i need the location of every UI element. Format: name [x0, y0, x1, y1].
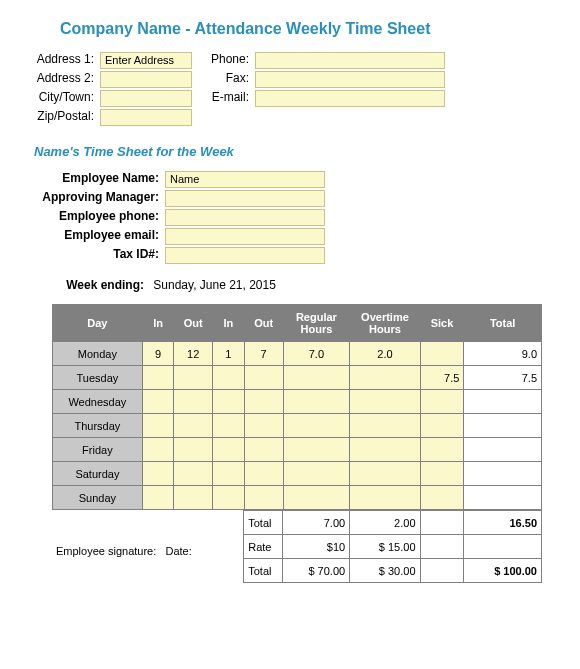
address1-label: Address 1: [30, 52, 100, 69]
sick-cell[interactable] [420, 462, 464, 486]
sick-cell[interactable] [420, 342, 464, 366]
header-in1: In [142, 305, 174, 342]
address1-field[interactable]: Enter Address [100, 52, 192, 69]
ot-cell[interactable] [350, 366, 420, 390]
company-info: Address 1:Enter Address Address 2: City/… [30, 52, 550, 128]
out2-cell[interactable] [244, 366, 283, 390]
emp-name-field[interactable]: Name [165, 171, 325, 188]
header-day: Day [53, 305, 143, 342]
summary-rate-reg: $10 [283, 535, 350, 559]
reg-cell[interactable] [283, 366, 350, 390]
in1-cell[interactable]: 9 [142, 342, 174, 366]
total-cell: 7.5 [464, 366, 542, 390]
out2-cell[interactable] [244, 414, 283, 438]
in1-cell[interactable] [142, 366, 174, 390]
reg-cell[interactable]: 7.0 [283, 342, 350, 366]
sick-cell[interactable] [420, 390, 464, 414]
sick-cell[interactable] [420, 486, 464, 510]
out1-cell[interactable] [174, 462, 213, 486]
ot-cell[interactable] [350, 462, 420, 486]
summary-rate-ot: $ 15.00 [350, 535, 420, 559]
out2-cell[interactable]: 7 [244, 342, 283, 366]
subheading: Name's Time Sheet for the Week [34, 144, 550, 159]
date-label: Date: [165, 545, 191, 557]
reg-cell[interactable] [283, 414, 350, 438]
reg-cell[interactable] [283, 390, 350, 414]
out1-cell[interactable] [174, 366, 213, 390]
out1-cell[interactable]: 12 [174, 342, 213, 366]
out2-cell[interactable] [244, 390, 283, 414]
in2-cell[interactable] [213, 486, 245, 510]
zip-label: Zip/Postal: [30, 109, 100, 126]
out1-cell[interactable] [174, 486, 213, 510]
in1-cell[interactable] [142, 486, 174, 510]
summary-total-label: Total [244, 511, 283, 535]
day-cell: Tuesday [53, 366, 143, 390]
total-cell [464, 414, 542, 438]
ot-cell[interactable] [350, 390, 420, 414]
employee-info: Employee Name:Name Approving Manager: Em… [30, 171, 550, 264]
in1-cell[interactable] [142, 462, 174, 486]
in1-cell[interactable] [142, 414, 174, 438]
in2-cell[interactable] [213, 438, 245, 462]
emp-email-label: Employee email: [30, 228, 165, 245]
emp-name-label: Employee Name: [30, 171, 165, 188]
day-cell: Saturday [53, 462, 143, 486]
ot-cell[interactable]: 2.0 [350, 342, 420, 366]
out1-cell[interactable] [174, 414, 213, 438]
tax-field[interactable] [165, 247, 325, 264]
zip-field[interactable] [100, 109, 192, 126]
table-row: Friday [53, 438, 542, 462]
header-out2: Out [244, 305, 283, 342]
header-overtime: Overtime Hours [350, 305, 420, 342]
phone-label: Phone: [210, 52, 255, 69]
emp-phone-label: Employee phone: [30, 209, 165, 226]
out2-cell[interactable] [244, 462, 283, 486]
week-ending-label: Week ending: [52, 278, 150, 292]
day-cell: Sunday [53, 486, 143, 510]
signature-label: Employee signature: [56, 545, 156, 557]
emp-email-field[interactable] [165, 228, 325, 245]
sick-cell[interactable] [420, 414, 464, 438]
summary-grand-ot: $ 30.00 [350, 559, 420, 583]
header-in2: In [213, 305, 245, 342]
city-field[interactable] [100, 90, 192, 107]
manager-field[interactable] [165, 190, 325, 207]
sick-cell[interactable]: 7.5 [420, 366, 464, 390]
total-cell [464, 438, 542, 462]
week-ending-value: Sunday, June 21, 2015 [153, 278, 276, 292]
fax-field[interactable] [255, 71, 445, 88]
address2-field[interactable] [100, 71, 192, 88]
reg-cell[interactable] [283, 462, 350, 486]
out1-cell[interactable] [174, 390, 213, 414]
table-row: Sunday [53, 486, 542, 510]
table-row: Monday912177.02.09.0 [53, 342, 542, 366]
reg-cell[interactable] [283, 486, 350, 510]
reg-cell[interactable] [283, 438, 350, 462]
ot-cell[interactable] [350, 438, 420, 462]
sick-cell[interactable] [420, 438, 464, 462]
total-cell [464, 390, 542, 414]
in2-cell[interactable] [213, 414, 245, 438]
header-sick: Sick [420, 305, 464, 342]
summary-total-all: 16.50 [464, 511, 542, 535]
table-row: Tuesday7.57.5 [53, 366, 542, 390]
in2-cell[interactable] [213, 462, 245, 486]
out2-cell[interactable] [244, 438, 283, 462]
ot-cell[interactable] [350, 486, 420, 510]
phone-field[interactable] [255, 52, 445, 69]
ot-cell[interactable] [350, 414, 420, 438]
in2-cell[interactable] [213, 366, 245, 390]
out1-cell[interactable] [174, 438, 213, 462]
city-label: City/Town: [30, 90, 100, 107]
out2-cell[interactable] [244, 486, 283, 510]
emp-phone-field[interactable] [165, 209, 325, 226]
summary-grand-reg: $ 70.00 [283, 559, 350, 583]
in1-cell[interactable] [142, 390, 174, 414]
in2-cell[interactable]: 1 [213, 342, 245, 366]
in1-cell[interactable] [142, 438, 174, 462]
email-field[interactable] [255, 90, 445, 107]
in2-cell[interactable] [213, 390, 245, 414]
day-cell: Monday [53, 342, 143, 366]
manager-label: Approving Manager: [30, 190, 165, 207]
